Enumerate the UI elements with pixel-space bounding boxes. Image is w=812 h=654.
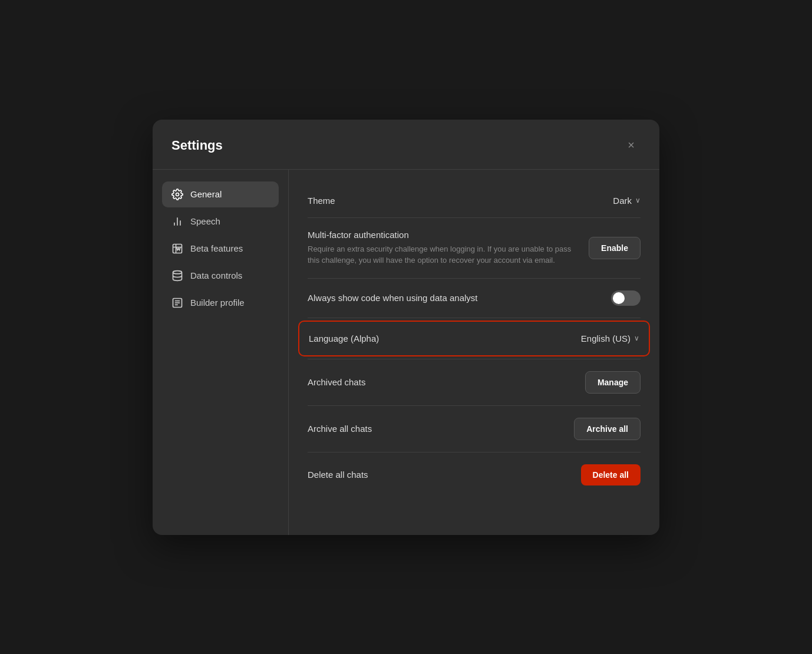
enable-mfa-button[interactable]: Enable <box>589 237 641 259</box>
modal-body: General Speech <box>153 170 659 535</box>
builder-icon <box>171 297 183 309</box>
theme-value: Dark <box>613 196 632 206</box>
close-button[interactable]: × <box>622 136 641 155</box>
archived-chats-label-container: Archived chats <box>308 377 573 387</box>
language-value: English (US) <box>581 333 631 343</box>
language-chevron-icon: ∨ <box>634 334 639 342</box>
sidebar-item-beta[interactable]: Beta features <box>162 236 279 262</box>
sidebar-item-builder[interactable]: Builder profile <box>162 290 279 316</box>
archived-chats-label: Archived chats <box>308 377 573 387</box>
theme-dropdown-container: Dark ∨ <box>613 196 641 206</box>
delete-all-label: Delete all chats <box>308 470 569 480</box>
sidebar: General Speech <box>153 170 288 535</box>
gear-icon <box>171 189 183 200</box>
sidebar-item-beta-label: Beta features <box>190 243 243 253</box>
mfa-description: Require an extra security challenge when… <box>308 243 577 266</box>
theme-dropdown[interactable]: Dark ∨ <box>613 196 641 206</box>
sidebar-item-data-label: Data controls <box>190 270 242 280</box>
manage-button[interactable]: Manage <box>585 371 641 394</box>
svg-point-4 <box>173 270 182 273</box>
settings-modal: Settings × General <box>153 120 659 535</box>
archive-all-setting: Archive all chats Archive all <box>308 406 641 452</box>
sidebar-item-builder-label: Builder profile <box>190 298 245 308</box>
language-setting: Language (Alpha) English (US) ∨ <box>298 321 650 356</box>
code-analyst-label-container: Always show code when using data analyst <box>308 293 599 303</box>
archive-all-button[interactable]: Archive all <box>574 418 641 440</box>
archived-chats-setting: Archived chats Manage <box>308 359 641 406</box>
code-analyst-toggle-container <box>611 290 641 306</box>
sidebar-item-speech-label: Speech <box>190 216 220 226</box>
language-dropdown-container: English (US) ∨ <box>581 333 639 343</box>
settings-content: Theme Dark ∨ Multi-factor authentication… <box>288 170 659 535</box>
chevron-down-icon: ∨ <box>635 196 641 204</box>
delete-all-button[interactable]: Delete all <box>581 464 641 485</box>
language-dropdown[interactable]: English (US) ∨ <box>581 333 639 343</box>
svg-point-0 <box>176 193 179 196</box>
mfa-setting: Multi-factor authentication Require an e… <box>308 218 641 279</box>
sidebar-item-speech[interactable]: Speech <box>162 209 279 234</box>
beta-icon <box>171 243 183 255</box>
speech-icon <box>171 216 183 227</box>
delete-all-label-container: Delete all chats <box>308 470 569 480</box>
code-analyst-setting: Always show code when using data analyst <box>308 279 641 318</box>
language-label: Language (Alpha) <box>309 333 569 343</box>
mfa-label: Multi-factor authentication <box>308 230 577 240</box>
code-analyst-label: Always show code when using data analyst <box>308 293 599 303</box>
modal-header: Settings × <box>153 120 659 170</box>
delete-all-setting: Delete all chats Delete all <box>308 452 641 497</box>
sidebar-item-general-label: General <box>190 189 222 199</box>
manage-button-container: Manage <box>585 371 641 394</box>
language-label-container: Language (Alpha) <box>309 333 569 343</box>
theme-setting: Theme Dark ∨ <box>308 184 641 218</box>
archive-all-label: Archive all chats <box>308 424 562 434</box>
sidebar-item-data[interactable]: Data controls <box>162 263 279 289</box>
mfa-button-container: Enable <box>589 237 641 259</box>
data-controls-icon <box>171 270 183 282</box>
modal-title: Settings <box>171 138 223 153</box>
archive-all-button-container: Archive all <box>574 418 641 440</box>
sidebar-item-general[interactable]: General <box>162 181 279 207</box>
delete-all-button-container: Delete all <box>581 464 641 485</box>
theme-label-container: Theme <box>308 196 601 206</box>
code-analyst-toggle[interactable] <box>611 290 641 306</box>
theme-label: Theme <box>308 196 601 206</box>
mfa-label-container: Multi-factor authentication Require an e… <box>308 230 577 266</box>
archive-all-label-container: Archive all chats <box>308 424 562 434</box>
